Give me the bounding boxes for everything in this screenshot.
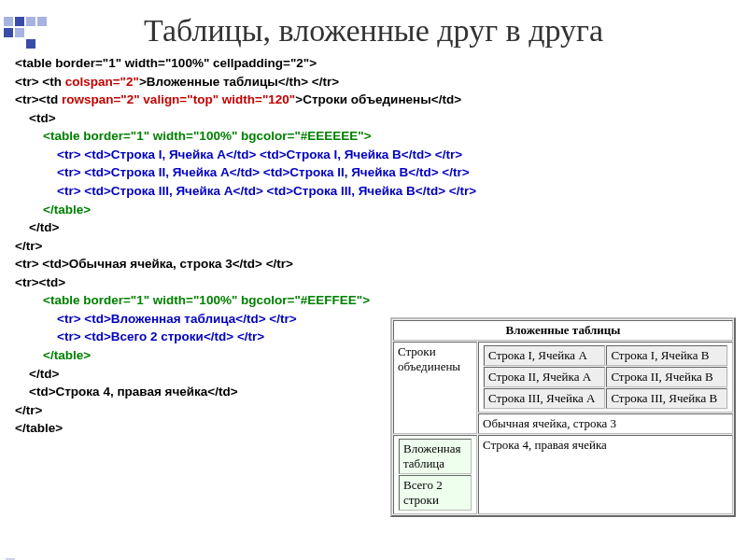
nested-cell: Строка I, Ячейка AСтрока I, Ячейка B Стр… xyxy=(478,342,733,413)
code-line: <table border="1" width="100%" cellpaddi… xyxy=(15,56,317,70)
code-line: </tr> xyxy=(15,239,42,253)
code-line: <table border="1" width="100%" bgcolor="… xyxy=(15,129,372,143)
code-line: </td> xyxy=(15,220,59,234)
code-line: <tr> <td>Строка III, Ячейка A</td> <td>С… xyxy=(15,184,476,198)
code-attr: colspan="2" xyxy=(65,75,139,89)
slide-title: Таблицы, вложенные друг в друга xyxy=(0,13,747,49)
code-line: <tr><td xyxy=(15,92,62,106)
code-line: <tr> <td>Вложенная таблица</td> </tr> xyxy=(15,312,297,326)
code-line: <td>Строка 4, правая ячейка</td> xyxy=(15,385,238,399)
cell: Обычная ячейка, строка 3 xyxy=(478,413,733,434)
cell: Строка II, Ячейка B xyxy=(606,367,727,387)
table-header: Вложенные таблицы xyxy=(393,320,733,341)
cell: Строка III, Ячейка B xyxy=(606,388,727,409)
code-line: <tr> <td>Строка II, Ячейка A</td> <td>Ст… xyxy=(15,165,470,179)
cell: Строка II, Ячейка A xyxy=(484,367,605,387)
cell: Строка 4, правая ячейка xyxy=(478,435,733,514)
inner-table-1: Строка I, Ячейка AСтрока I, Ячейка B Стр… xyxy=(483,344,728,410)
code-line: <tr> <td>Всего 2 строки</td> </tr> xyxy=(15,329,264,343)
code-line: <tr> <td>Строка I, Ячейка A</td> <td>Стр… xyxy=(15,147,462,161)
code-line: </table> xyxy=(15,421,63,435)
cell: Строка III, Ячейка A xyxy=(484,388,605,409)
merged-cell: Строки объединены xyxy=(393,342,477,434)
code-line: <tr><td> xyxy=(15,275,65,289)
code-line: <tr> <td>Обычная ячейка, строка 3</td> <… xyxy=(15,257,293,271)
code-line: >Вложенные таблицы</th> </tr> xyxy=(139,75,339,89)
code-line: </table> xyxy=(15,203,91,217)
outer-table: Вложенные таблицы Строки объединены Стро… xyxy=(390,317,736,517)
inner-table-2: Вложенная таблица Всего 2 строки xyxy=(398,438,472,511)
code-line: <td> xyxy=(15,111,56,125)
code-line: </td> xyxy=(15,367,59,381)
code-attr: rowspan="2" valign="top" width="120" xyxy=(62,92,295,106)
code-line: <table border="1" width="100%" bgcolor="… xyxy=(15,293,370,307)
cell: Вложенная таблица xyxy=(399,439,472,474)
code-line: >Строки объединены</td> xyxy=(295,92,461,106)
code-line: </table> xyxy=(15,348,91,362)
rendered-preview: Вложенные таблицы Строки объединены Стро… xyxy=(390,317,736,517)
code-line: </tr> xyxy=(15,403,42,417)
cell: Строка I, Ячейка B xyxy=(606,345,727,366)
nested-cell: Вложенная таблица Всего 2 строки xyxy=(393,435,477,514)
cell: Строка I, Ячейка A xyxy=(484,345,605,366)
cell: Всего 2 строки xyxy=(399,475,472,511)
code-line: <tr> <th xyxy=(15,75,65,89)
